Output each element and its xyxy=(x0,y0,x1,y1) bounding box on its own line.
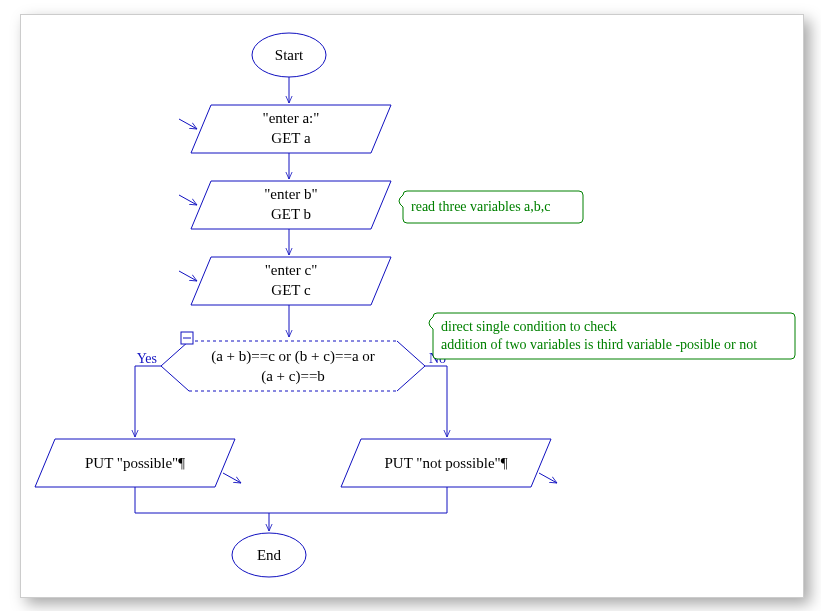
edge-yes xyxy=(135,366,161,437)
note2-line1: direct single condition to check xyxy=(441,319,617,334)
io-b-line1: "enter b" xyxy=(264,186,317,202)
note-read-vars: read three variables a,b,c xyxy=(399,191,583,223)
io-c-line2: GET c xyxy=(271,282,311,298)
end-label: End xyxy=(257,547,282,563)
note-condition: direct single condition to check additio… xyxy=(429,313,795,359)
svg-line-2 xyxy=(161,341,189,366)
svg-line-5 xyxy=(397,366,425,391)
edge-no xyxy=(425,366,447,437)
io-a-in-icon xyxy=(179,119,197,129)
svg-line-3 xyxy=(161,366,189,391)
io-b-line2: GET b xyxy=(271,206,311,222)
note2-line2: addition of two variables is third varia… xyxy=(441,337,757,352)
io-c-line1: "enter c" xyxy=(265,262,318,278)
out-yes-icon xyxy=(223,473,241,483)
edge-yes-end xyxy=(135,487,269,513)
io-b-in-icon xyxy=(179,195,197,205)
diagram-frame: Start "enter a:" GET a "enter b" GET b "… xyxy=(0,0,821,611)
io-a-line1: "enter a:" xyxy=(263,110,320,126)
diagram-canvas: Start "enter a:" GET a "enter b" GET b "… xyxy=(20,14,804,598)
yes-label: Yes xyxy=(137,351,157,366)
out-no-icon xyxy=(539,473,557,483)
start-label: Start xyxy=(275,47,304,63)
io-c-in-icon xyxy=(179,271,197,281)
note1-text: read three variables a,b,c xyxy=(411,199,551,214)
decision-line1: (a + b)==c or (b + c)==a or xyxy=(211,348,375,365)
svg-line-4 xyxy=(397,341,425,366)
flowchart-svg: Start "enter a:" GET a "enter b" GET b "… xyxy=(21,15,803,597)
io-a-line2: GET a xyxy=(271,130,311,146)
decision-line2: (a + c)==b xyxy=(261,368,325,385)
edge-no-end xyxy=(269,487,447,513)
out-no-label: PUT "not possible"¶ xyxy=(385,455,508,471)
out-yes-label: PUT "possible"¶ xyxy=(85,455,185,471)
